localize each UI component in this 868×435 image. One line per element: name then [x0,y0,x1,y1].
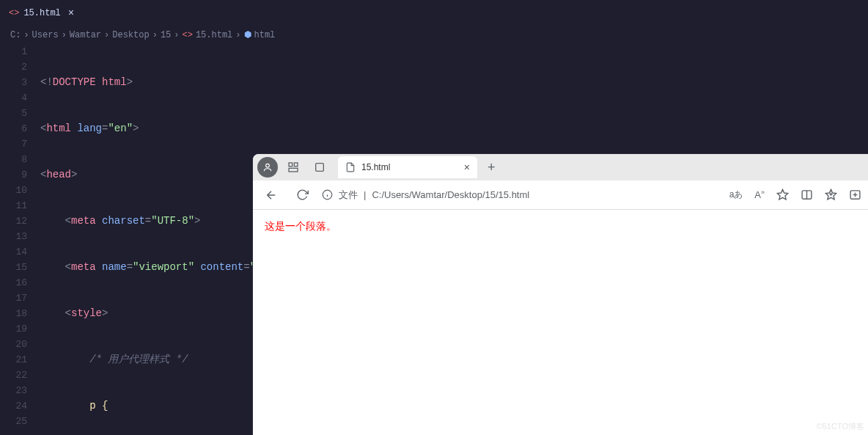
page-paragraph: 这是一个段落。 [265,220,857,233]
breadcrumb: C:› Users› Wamtar› Desktop› 15› <> 15.ht… [0,26,868,44]
editor-tab-bar: <> 15.html × [0,0,868,26]
file-icon [345,162,356,172]
url-separator: | [364,189,366,200]
split-screen-icon[interactable] [801,189,813,201]
back-button[interactable] [260,184,282,206]
new-tab-button[interactable]: + [482,160,501,175]
workspaces-icon[interactable] [282,156,304,178]
chevron-right-icon: › [235,30,240,40]
browser-toolbar: 文件 | C:/Users/Wamtar/Desktop/15/15.html … [253,180,868,210]
translate-icon[interactable]: aあ [729,189,743,201]
close-icon[interactable]: × [65,7,77,19]
breadcrumb-part[interactable]: 15.html [196,30,232,40]
chevron-right-icon: › [104,30,109,40]
collections-icon[interactable] [825,189,837,201]
svg-rect-3 [289,168,298,172]
browser-viewport: 这是一个段落。 [253,210,868,244]
url-path: C:/Users/Wamtar/Desktop/15/15.html [372,189,529,200]
svg-rect-4 [316,164,324,172]
breadcrumb-part[interactable]: Users [32,30,59,40]
address-bar[interactable]: 文件 | C:/Users/Wamtar/Desktop/15/15.html [322,189,721,202]
browser-menu-icon[interactable] [849,189,861,201]
breadcrumb-part[interactable]: 15 [161,30,171,40]
editor-tab-filename: 15.html [23,8,60,18]
read-aloud-icon[interactable]: A» [754,189,765,200]
close-icon[interactable]: × [464,161,470,173]
svg-rect-2 [294,163,298,167]
breadcrumb-part[interactable]: html [254,30,276,40]
svg-point-0 [266,164,270,167]
breadcrumb-part[interactable]: Wamtar [70,30,101,40]
chevron-right-icon: › [23,30,29,40]
editor-tab[interactable]: <> 15.html × [0,0,86,26]
svg-rect-1 [289,163,293,167]
breadcrumb-part[interactable]: Desktop [112,30,149,40]
cube-icon: ⬢ [244,29,251,40]
refresh-button[interactable] [291,184,313,206]
profile-button[interactable] [257,157,278,178]
browser-tab-title: 15.html [361,162,390,172]
watermark: ©51CTO博客 [817,421,864,432]
browser-toolbar-right: aあ A» [729,189,861,201]
info-icon [322,189,333,200]
html-file-icon: <> [182,30,192,40]
line-number-gutter: 123 456 789 101112 131415 161718 192021 … [0,44,40,435]
html-file-icon: <> [9,8,19,18]
tab-actions-icon[interactable] [309,156,331,178]
browser-tab[interactable]: 15.html × [338,156,477,178]
url-scheme-label: 文件 [339,189,358,202]
svg-marker-8 [777,189,787,199]
breadcrumb-part[interactable]: C: [10,30,21,40]
favorite-icon[interactable] [776,189,789,201]
browser-window: 15.html × + 文件 | C:/Users/Wamtar/Desktop… [253,154,868,435]
browser-tab-strip: 15.html × + [253,154,868,180]
chevron-right-icon: › [62,30,67,40]
chevron-right-icon: › [152,30,158,40]
chevron-right-icon: › [174,30,179,40]
